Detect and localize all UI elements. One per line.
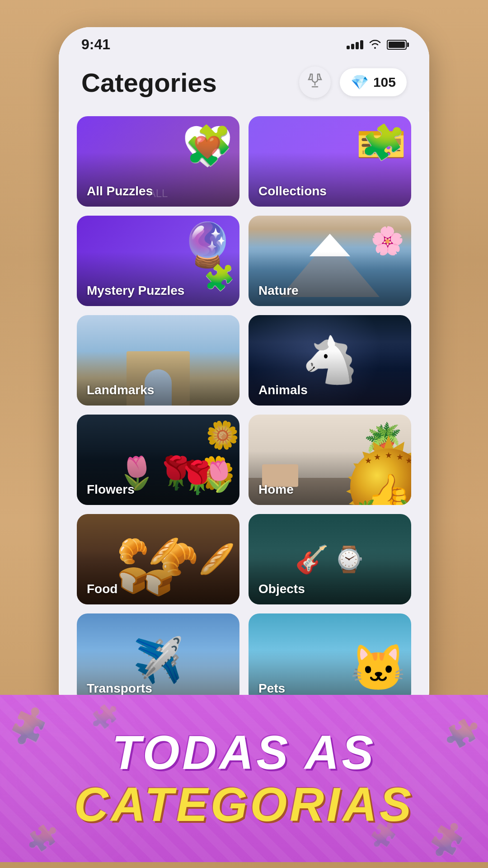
category-objects[interactable]: 🎸 ⌚ Objects — [249, 514, 411, 604]
card-label-animals: Animals — [258, 383, 308, 397]
svg-text:🌿: 🌿 — [358, 499, 375, 505]
card-label-collections: Collections — [258, 184, 327, 198]
card-label-nature: Nature — [258, 283, 299, 298]
category-nature[interactable]: 🌸 Nature — [249, 216, 411, 306]
phone-container: 9:41 Categories — [59, 27, 429, 722]
gems-count: 105 — [373, 75, 396, 90]
category-mystery-puzzles[interactable]: 🔮 🧩 Mystery Puzzles — [77, 216, 239, 306]
svg-text:★: ★ — [365, 456, 372, 465]
battery-icon — [387, 40, 407, 50]
category-pets[interactable]: 🐱 Pets — [249, 613, 411, 704]
category-transports[interactable]: ✈️ Transports — [77, 613, 239, 704]
card-label-food: Food — [87, 582, 117, 596]
category-home[interactable]: 🪴 Home — [249, 415, 411, 505]
category-landmarks[interactable]: Landmarks — [77, 315, 239, 406]
card-label-flowers: Flowers — [87, 482, 135, 497]
card-label-mystery: Mystery Puzzles — [87, 283, 184, 298]
svg-text:★: ★ — [396, 453, 404, 462]
banner-line2: CATEGORIAS — [74, 778, 414, 831]
bottom-banner: 🧩 🧩 🧩 🧩 🧩 🧩 TODAS AS CATEGORIAS — [0, 695, 488, 862]
svg-text:★: ★ — [385, 451, 392, 460]
svg-text:🌿: 🌿 — [399, 499, 411, 505]
card-label-transports: Transports — [87, 681, 152, 696]
achievement-badge: ★ ★ ★ ★ ★ 👍 🌿 🌿 — [334, 433, 411, 505]
trophy-button[interactable] — [299, 66, 331, 98]
card-label-all-puzzles: All Puzzles — [87, 184, 153, 198]
status-icons — [347, 38, 407, 52]
gem-icon: 💎 — [351, 74, 369, 91]
category-all-puzzles[interactable]: 🧩 ❤️ ALL All Puzzles — [77, 116, 239, 207]
wifi-icon — [369, 38, 381, 52]
header-actions: 💎 105 — [299, 66, 407, 98]
category-collections[interactable]: 🎫 🧩 Collections — [249, 116, 411, 207]
categories-grid: 🧩 ❤️ ALL All Puzzles 🎫 🧩 Collections 🔮 🧩… — [59, 112, 429, 722]
gems-badge[interactable]: 💎 105 — [340, 68, 407, 96]
card-label-pets: Pets — [258, 681, 285, 696]
category-flowers[interactable]: 🌷 🌹 🌼 Flowers — [77, 415, 239, 505]
header: Categories 💎 105 — [59, 57, 429, 112]
card-label-landmarks: Landmarks — [87, 383, 154, 397]
trophy-icon — [307, 72, 323, 93]
svg-text:★: ★ — [374, 453, 381, 462]
card-label-home: Home — [258, 482, 294, 497]
status-bar: 9:41 — [59, 27, 429, 57]
banner-line1: TODAS AS — [112, 726, 376, 779]
category-animals[interactable]: 🐴 Animals — [249, 315, 411, 406]
signal-icon — [347, 40, 363, 49]
page-title: Categories — [81, 67, 217, 98]
svg-text:★: ★ — [405, 456, 411, 465]
card-label-objects: Objects — [258, 582, 305, 596]
status-time: 9:41 — [81, 36, 110, 53]
category-food[interactable]: 🥐 🥖 🍞 Food — [77, 514, 239, 604]
